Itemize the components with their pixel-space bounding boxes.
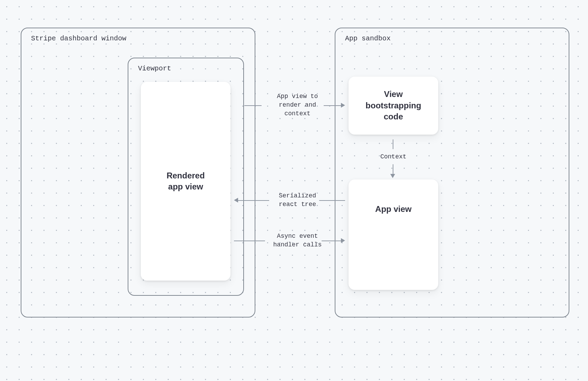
app-sandbox-title: App sandbox (345, 35, 391, 42)
flow3-label: Serialized react tree (259, 192, 335, 209)
dashboard-window-title: Stripe dashboard window (31, 35, 126, 42)
flow3-arrowhead-icon (234, 198, 238, 203)
flow4-arrowhead-icon (341, 238, 345, 243)
flow2-line-bottom (393, 164, 393, 174)
rendered-app-view-card: Rendered app view (141, 82, 231, 281)
flow2-line-top (393, 139, 393, 149)
bootstrap-card-title: View bootstrapping code (357, 89, 429, 122)
flow3-line-left (238, 200, 269, 201)
app-view-card-title: App view (367, 204, 420, 215)
flow1-arrowhead-icon (341, 103, 345, 108)
bootstrap-card: View bootstrapping code (349, 77, 438, 135)
flow4-line-right (322, 241, 341, 241)
flow2-label: Context (355, 153, 431, 161)
app-view-card: App view (349, 179, 438, 290)
flow2-arrowhead-icon (390, 174, 395, 178)
flow1-line-right (324, 105, 341, 106)
viewport-title: Viewport (138, 65, 171, 72)
rendered-app-view-title: Rendered app view (158, 170, 213, 193)
flow1-line-left (244, 105, 262, 106)
